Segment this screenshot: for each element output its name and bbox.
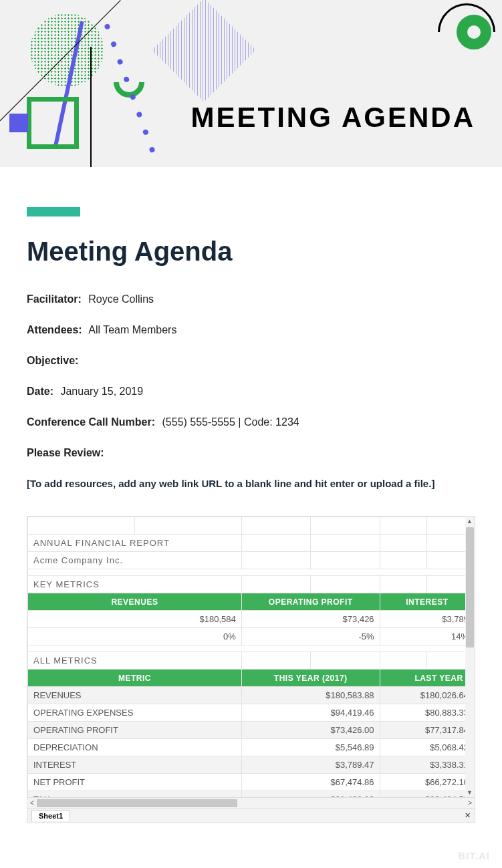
- conference-value: (555) 555-5555 | Code: 1234: [162, 416, 299, 428]
- report-title-cell: ANNUAL FINANCIAL REPORT: [28, 535, 242, 552]
- horizontal-scroll-track[interactable]: [37, 799, 465, 807]
- key-header-revenues: REVENUES: [28, 593, 242, 611]
- accent-bar: [27, 207, 80, 216]
- scroll-left-icon[interactable]: <: [27, 799, 37, 807]
- facilitator-value: Royce Collins: [88, 293, 154, 305]
- date-row: Date: January 15, 2019: [27, 386, 475, 398]
- scroll-down-icon[interactable]: ▼: [467, 789, 473, 796]
- deco-blue-diamond: [152, 0, 256, 102]
- this-year-cell: $5,546.89: [241, 739, 380, 756]
- key-interest-pct: 14%: [380, 628, 474, 645]
- date-label: Date:: [27, 386, 53, 397]
- key-profit-pct: -5%: [241, 628, 380, 645]
- all-header-metric: METRIC: [28, 670, 242, 687]
- facilitator-row: Facilitator: Royce Collins: [27, 293, 475, 305]
- deco-purple-square: [9, 114, 28, 132]
- last-year-cell: $66,272.10: [380, 774, 474, 791]
- last-year-cell: $80,883.33: [380, 704, 474, 722]
- banner-header: MEETING AGENDA: [0, 0, 502, 167]
- horizontal-scrollbar[interactable]: < >: [27, 797, 475, 808]
- metric-cell: REVENUES: [28, 687, 242, 704]
- embedded-spreadsheet[interactable]: ANNUAL FINANCIAL REPORT Acme Company Inc…: [27, 516, 475, 823]
- deco-dot-line: [104, 23, 155, 153]
- attendees-row: Attendees: All Team Members: [27, 324, 475, 336]
- scroll-right-icon[interactable]: >: [465, 799, 475, 807]
- conference-label: Conference Call Number:: [27, 416, 155, 428]
- metric-cell: INTEREST: [28, 756, 242, 774]
- last-year-cell: $5,068.42: [380, 739, 474, 756]
- deco-green-square: [27, 97, 79, 149]
- key-revenues-pct: 0%: [28, 628, 242, 645]
- deco-green-dotted-circle: [30, 13, 104, 87]
- this-year-cell: $73,426.00: [241, 722, 380, 739]
- sheet-tab-bar: Sheet1 ✕: [27, 808, 475, 823]
- sheet-viewport[interactable]: ANNUAL FINANCIAL REPORT Acme Company Inc…: [27, 517, 475, 797]
- deco-green-ring: [457, 15, 491, 49]
- attendees-label: Attendees:: [27, 324, 82, 335]
- metric-cell: OPERATING EXPENSES: [28, 704, 242, 722]
- key-profit-value: $73,426: [241, 611, 380, 628]
- objective-label: Objective:: [27, 355, 78, 366]
- this-year-cell: $31,408.26: [241, 791, 380, 798]
- document-body: Meeting Agenda Facilitator: Royce Collin…: [0, 167, 502, 516]
- last-year-cell: $29,424.53: [380, 791, 474, 798]
- all-metrics-label: ALL METRICS: [28, 652, 242, 670]
- metric-cell: DEPRECIATION: [28, 739, 242, 756]
- this-year-cell: $67,474.86: [241, 774, 380, 791]
- all-header-last-year: LAST YEAR (: [380, 670, 474, 687]
- deco-black-line-vertical: [90, 47, 92, 167]
- this-year-cell: $94,419.46: [241, 704, 380, 722]
- attendees-value: All Team Members: [88, 324, 176, 335]
- this-year-cell: $3,789.47: [241, 756, 380, 774]
- watermark: BIT.AI: [458, 850, 490, 861]
- metric-cell: OPERATING PROFIT: [28, 722, 242, 739]
- date-value: January 15, 2019: [60, 386, 143, 397]
- vertical-scroll-thumb[interactable]: [466, 527, 474, 647]
- horizontal-scroll-thumb[interactable]: [37, 799, 237, 807]
- key-metrics-label: KEY METRICS: [28, 576, 242, 593]
- resource-instruction: [To add resources, add any web link URL …: [27, 478, 475, 489]
- key-interest-value: $3,789: [380, 611, 474, 628]
- vertical-scrollbar[interactable]: ▲ ▼: [465, 517, 475, 797]
- last-year-cell: $180,026.64: [380, 687, 474, 704]
- close-icon[interactable]: ✕: [465, 811, 471, 820]
- objective-row: Objective:: [27, 355, 475, 367]
- doc-title: Meeting Agenda: [27, 237, 475, 267]
- key-header-operating-profit: OPERATING PROFIT: [241, 593, 380, 611]
- key-header-interest: INTEREST: [380, 593, 474, 611]
- banner-title: MEETING AGENDA: [191, 102, 475, 134]
- this-year-cell: $180,583.88: [241, 687, 380, 704]
- metric-cell: NET PROFIT: [28, 774, 242, 791]
- facilitator-label: Facilitator:: [27, 293, 82, 305]
- company-cell: Acme Company Inc.: [28, 552, 242, 569]
- review-label: Please Review:: [27, 447, 104, 458]
- review-row: Please Review:: [27, 447, 475, 459]
- key-revenues-value: $180,584: [28, 611, 242, 628]
- metric-cell: TAX: [28, 791, 242, 798]
- all-header-this-year: THIS YEAR (2017): [241, 670, 380, 687]
- conference-row: Conference Call Number: (555) 555-5555 |…: [27, 416, 475, 428]
- last-year-cell: $3,338.31: [380, 756, 474, 774]
- scroll-up-icon[interactable]: ▲: [467, 518, 473, 525]
- last-year-cell: $77,317.84: [380, 722, 474, 739]
- sheet-table: ANNUAL FINANCIAL REPORT Acme Company Inc…: [27, 517, 475, 797]
- sheet-tab[interactable]: Sheet1: [31, 810, 70, 821]
